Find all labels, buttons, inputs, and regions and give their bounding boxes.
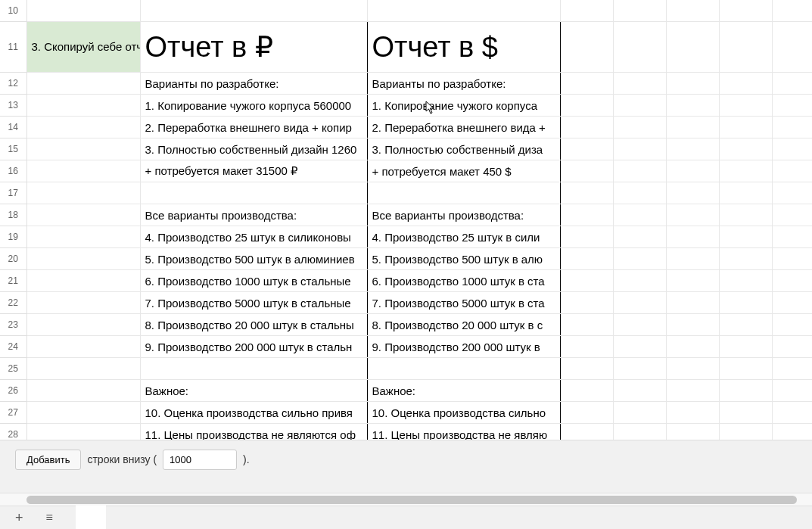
- cell[interactable]: [560, 248, 613, 270]
- cell[interactable]: [666, 0, 719, 22]
- cell[interactable]: [26, 270, 140, 292]
- cell[interactable]: [772, 358, 812, 380]
- cell[interactable]: [719, 226, 772, 248]
- report-rub-line[interactable]: Важное:: [140, 380, 367, 402]
- report-usd-line[interactable]: 2. Переработка внешнего вида +: [367, 117, 560, 138]
- cell[interactable]: [560, 380, 613, 402]
- cell[interactable]: [719, 358, 772, 380]
- cell[interactable]: [772, 270, 812, 292]
- cell[interactable]: [719, 336, 772, 358]
- cell[interactable]: [613, 380, 666, 402]
- cell[interactable]: [613, 402, 666, 424]
- row-header[interactable]: 27: [0, 402, 26, 424]
- copy-instruction-cell[interactable]: 3. Скопируй себе отчет в нужной валюте →: [26, 22, 140, 73]
- report-usd-line[interactable]: Важное:: [367, 380, 560, 402]
- row-header[interactable]: 26: [0, 380, 26, 402]
- cell[interactable]: [666, 22, 719, 73]
- cell[interactable]: [719, 314, 772, 336]
- cell[interactable]: [26, 380, 140, 402]
- cell[interactable]: [560, 22, 613, 73]
- report-rub-line[interactable]: [140, 358, 367, 380]
- cell[interactable]: [26, 336, 140, 358]
- report-rub-line[interactable]: 10. Оценка производства сильно привя: [140, 402, 367, 424]
- cell[interactable]: [666, 248, 719, 270]
- cell[interactable]: [666, 402, 719, 424]
- cell[interactable]: [666, 336, 719, 358]
- cell[interactable]: [666, 380, 719, 402]
- cell[interactable]: [772, 248, 812, 270]
- cell[interactable]: [772, 314, 812, 336]
- cell[interactable]: [772, 95, 812, 117]
- cell[interactable]: [26, 292, 140, 314]
- cell[interactable]: [560, 424, 613, 440]
- cell[interactable]: [719, 270, 772, 292]
- cell[interactable]: [560, 117, 613, 138]
- cell[interactable]: [560, 336, 613, 358]
- cell[interactable]: [613, 182, 666, 204]
- cell[interactable]: [666, 160, 719, 182]
- cell[interactable]: [719, 160, 772, 182]
- report-rub-line[interactable]: 5. Производство 500 штук в алюминиев: [140, 248, 367, 270]
- report-usd-line[interactable]: 4. Производство 25 штук в сили: [367, 226, 560, 248]
- row-header[interactable]: 25: [0, 358, 26, 380]
- report-rub-line[interactable]: Варианты по разработке:: [140, 73, 367, 95]
- report-usd-title-cell[interactable]: Отчет в $: [367, 22, 560, 73]
- cell[interactable]: [26, 358, 140, 380]
- cell[interactable]: [666, 270, 719, 292]
- report-usd-line[interactable]: 10. Оценка производства сильно: [367, 402, 560, 424]
- cell[interactable]: [26, 73, 140, 95]
- row-header[interactable]: 20: [0, 248, 26, 270]
- cell[interactable]: [26, 95, 140, 117]
- cell[interactable]: [666, 182, 719, 204]
- cell[interactable]: [613, 160, 666, 182]
- cell[interactable]: [613, 138, 666, 160]
- cell[interactable]: [26, 402, 140, 424]
- row-header[interactable]: 19: [0, 226, 26, 248]
- report-usd-line[interactable]: 6. Производство 1000 штук в ста: [367, 270, 560, 292]
- cell[interactable]: [666, 292, 719, 314]
- cell[interactable]: [666, 204, 719, 226]
- add-sheet-icon[interactable]: +: [15, 510, 23, 526]
- cell[interactable]: [613, 314, 666, 336]
- cell[interactable]: [666, 73, 719, 95]
- cell[interactable]: [613, 270, 666, 292]
- cell[interactable]: [719, 424, 772, 440]
- cell[interactable]: [772, 73, 812, 95]
- cell[interactable]: [613, 204, 666, 226]
- report-rub-line[interactable]: 8. Производство 20 000 штук в стальны: [140, 314, 367, 336]
- report-usd-line[interactable]: 11. Цены производства не являю: [367, 424, 560, 440]
- report-rub-line[interactable]: [140, 182, 367, 204]
- row-header[interactable]: 22: [0, 292, 26, 314]
- report-usd-line[interactable]: [367, 182, 560, 204]
- row-header[interactable]: 23: [0, 314, 26, 336]
- report-rub-line[interactable]: 4. Производство 25 штук в силиконовы: [140, 226, 367, 248]
- row-header[interactable]: 18: [0, 204, 26, 226]
- cell[interactable]: [560, 204, 613, 226]
- cell[interactable]: [772, 182, 812, 204]
- cell[interactable]: [719, 95, 772, 117]
- row-header[interactable]: 17: [0, 182, 26, 204]
- cell[interactable]: [772, 380, 812, 402]
- cell[interactable]: [719, 248, 772, 270]
- cell[interactable]: [772, 117, 812, 138]
- row-header[interactable]: 24: [0, 336, 26, 358]
- cell[interactable]: [719, 292, 772, 314]
- add-rows-count-input[interactable]: [163, 450, 237, 470]
- cell[interactable]: [666, 358, 719, 380]
- cell[interactable]: [560, 358, 613, 380]
- report-usd-line[interactable]: Варианты по разработке:: [367, 73, 560, 95]
- cell[interactable]: [613, 117, 666, 138]
- cell[interactable]: [772, 402, 812, 424]
- cell[interactable]: [719, 0, 772, 22]
- cell[interactable]: [613, 226, 666, 248]
- report-rub-line[interactable]: 6. Производство 1000 штук в стальные: [140, 270, 367, 292]
- all-sheets-icon[interactable]: ≡: [46, 511, 53, 524]
- report-rub-line[interactable]: 3. Полностью собственный дизайн 1260: [140, 138, 367, 160]
- scrollbar-thumb[interactable]: [26, 496, 797, 504]
- cell[interactable]: [719, 380, 772, 402]
- row-header[interactable]: 14: [0, 117, 26, 138]
- cell[interactable]: [560, 160, 613, 182]
- cell[interactable]: [26, 248, 140, 270]
- cell[interactable]: [666, 117, 719, 138]
- cell[interactable]: [613, 0, 666, 22]
